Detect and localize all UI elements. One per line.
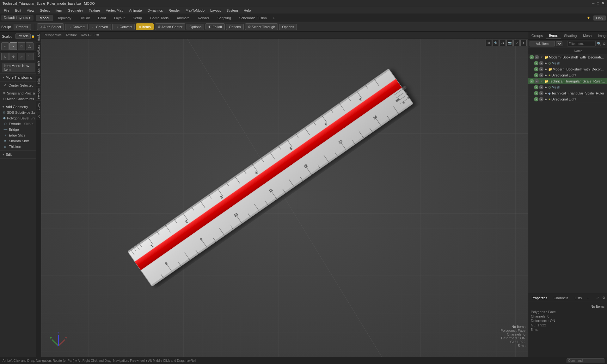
convert-btn-1[interactable]: ↔ Convert [65, 24, 88, 30]
menu-item[interactable]: Item [53, 8, 64, 13]
side-tab-curve[interactable]: Curve [36, 100, 41, 112]
tab-topology[interactable]: Topology [53, 15, 75, 21]
vis-btn-3b[interactable]: ● [539, 67, 543, 71]
menu-texture[interactable]: Texture [86, 8, 103, 13]
tool-rotate[interactable]: ↻ [1, 53, 9, 60]
viewport[interactable]: Perspective Texture Ray GL: Off [41, 32, 528, 357]
tab-paint[interactable]: Paint [94, 15, 110, 21]
filter-settings-icon[interactable]: ⚙ [603, 42, 606, 46]
vis-btn-7[interactable]: ● [534, 91, 538, 95]
presets-button[interactable]: Presets [14, 24, 31, 30]
tab-setup[interactable]: Setup [129, 15, 146, 21]
side-tab-uv[interactable]: UV [36, 112, 41, 120]
close-btn[interactable]: ✕ [602, 1, 604, 5]
mesh-constraints-btn[interactable]: ⬡ Mesh Constraints [2, 96, 35, 102]
center-selected-btn[interactable]: ⊙ Center Selected [2, 82, 35, 88]
item-row-bookshelf-sub[interactable]: ● ● ▶ 📁 Modern_Bookshelf_with_Decorative… [528, 66, 607, 72]
sds-subdivide-btn[interactable]: ⊡ SDS Subdivide 2x [2, 110, 35, 115]
menu-edit[interactable]: Edit [13, 8, 24, 13]
menu-vertexmap[interactable]: Vertex Map [103, 8, 126, 13]
rp-tab-images[interactable]: Images [595, 33, 607, 39]
prop-tab-channels[interactable]: Channels [550, 295, 571, 301]
item-row-dlight-2[interactable]: ● ● ▶ ✦ Directional Light [528, 96, 607, 102]
tab-gametools[interactable]: Game Tools [146, 15, 173, 21]
minimize-btn[interactable]: ─ [592, 1, 595, 5]
vp-nav-render[interactable]: ◑ [500, 40, 506, 46]
smooth-shift-btn[interactable]: ≋ Smooth Shift [2, 138, 35, 144]
rp-tab-items[interactable]: Items [546, 32, 561, 39]
tab-render[interactable]: Render [194, 15, 213, 21]
item-row-ruler-group[interactable]: ● ● ▼ 📁 Technical_Triangular_Scale_Ruler… [528, 78, 607, 84]
item-row-dlight-1[interactable]: ● ● ▶ ✦ Directional Light [528, 72, 607, 78]
tab-uvedit[interactable]: UvEdit [76, 15, 94, 21]
menu-render[interactable]: Render [166, 8, 182, 13]
viewport-canvas[interactable]: 1 2 3 4 5 6 7 [41, 39, 528, 357]
snaps-btn[interactable]: ⊞ Snaps and Precision [2, 90, 35, 96]
item-row-mesh-1[interactable]: ● ● ▶ ⬡ Mesh [528, 60, 607, 66]
side-tab-mesh-edit[interactable]: Mesh Edit [36, 59, 41, 76]
edit-header[interactable]: ▼ Edit [2, 152, 35, 157]
action-center-btn[interactable]: ⊕ Action Center [155, 23, 186, 30]
tab-animate[interactable]: Animate [173, 15, 193, 21]
item-row-mesh-2[interactable]: ● ● ▶ ⬡ Mesh [528, 84, 607, 90]
presets-lock-icon[interactable]: 🔒 [31, 35, 35, 38]
vis-btn-7b[interactable]: ● [539, 91, 543, 95]
vis-btn-6b[interactable]: ● [539, 85, 543, 89]
extrude-btn[interactable]: ⬡ Extrude Shift-X [2, 121, 35, 127]
tool-circle[interactable]: ○ [1, 42, 9, 50]
tab-schematic[interactable]: Schematic Fusion [236, 15, 271, 21]
vis-btn-2b[interactable]: ● [539, 61, 543, 65]
texture-label[interactable]: Texture [65, 33, 77, 37]
bridge-btn[interactable]: ⟺ Bridge [2, 127, 35, 132]
rp-tab-groups[interactable]: Groups [528, 33, 546, 39]
vp-nav-maximize[interactable]: ⊞ [486, 40, 492, 46]
vis-btn-3[interactable]: ● [534, 67, 538, 71]
add-item-dropdown[interactable]: ▾ [556, 41, 562, 46]
tab-model[interactable]: Model [36, 15, 53, 21]
maximize-btn[interactable]: □ [597, 1, 599, 5]
falloff-btn[interactable]: ◐ Falloff [205, 23, 225, 30]
item-row-ruler-obj[interactable]: ● ● ▶ ◆ Technical_Triangular_Scale_Ruler [528, 90, 607, 96]
select-through-btn[interactable]: ⊙ Select Through [245, 23, 278, 30]
ray-label[interactable]: Ray GL: Off [81, 33, 99, 37]
edge-slice-btn[interactable]: ⟩ Edge Slice [2, 132, 35, 138]
side-tab-edge[interactable]: Edge [36, 76, 41, 86]
vis-btn-8b[interactable]: ● [539, 97, 543, 101]
vis-btn-4[interactable]: ● [534, 73, 538, 77]
tool-triangle[interactable]: △ [26, 42, 34, 50]
tool-move[interactable]: ✛ [9, 53, 17, 60]
menu-geometry[interactable]: Geometry [65, 8, 85, 13]
auto-select-btn[interactable]: ▷ Auto Select [37, 23, 64, 30]
vis-btn-5[interactable]: ● [530, 79, 534, 83]
window-controls[interactable]: ─ □ ✕ [592, 1, 604, 5]
tool-scale[interactable]: ⤢ [18, 53, 25, 60]
menu-maxtomodo[interactable]: MaxToModo [183, 8, 207, 13]
vp-nav-camera[interactable]: 📷 [506, 40, 513, 46]
filter-items-input[interactable] [567, 41, 596, 46]
vis-btn-4b[interactable]: ● [539, 73, 543, 77]
presets-button[interactable]: Presets [15, 33, 31, 39]
menu-file[interactable]: File [1, 8, 12, 13]
transforms-header[interactable]: ▼ More Transforms [2, 75, 35, 80]
only-button[interactable]: Only [593, 15, 606, 21]
vis-btn-5b[interactable]: ● [535, 79, 539, 83]
menu-help[interactable]: Help [241, 8, 254, 13]
vp-nav-more[interactable]: ≡ [520, 40, 527, 46]
thicken-btn[interactable]: ⊞ Thicken [2, 144, 35, 149]
menu-system[interactable]: System [224, 8, 241, 13]
prop-tab-lists[interactable]: Lists [572, 295, 585, 301]
item-menu-btn[interactable]: Item Menu: New Item [2, 63, 35, 72]
convert-btn-3[interactable]: ↔ Convert [112, 24, 135, 30]
vis-btn-1[interactable]: ● [530, 55, 534, 59]
vp-nav-settings[interactable]: ⚙ [513, 40, 520, 46]
prop-add-btn[interactable]: + [585, 295, 591, 301]
menu-select[interactable]: Select [37, 8, 52, 13]
items-btn[interactable]: ◈ Items [136, 23, 154, 30]
vis-btn-2[interactable]: ● [534, 61, 538, 65]
side-tab-basic[interactable]: Basic [36, 32, 41, 43]
prop-settings-btn[interactable]: ⚙ [601, 295, 607, 301]
menu-dynamics[interactable]: Dynamics [145, 8, 165, 13]
side-tab-duplicate[interactable]: Duplicate [36, 43, 41, 59]
prop-expand-btn[interactable]: ⤢ [594, 295, 601, 301]
menu-view[interactable]: View [24, 8, 37, 13]
